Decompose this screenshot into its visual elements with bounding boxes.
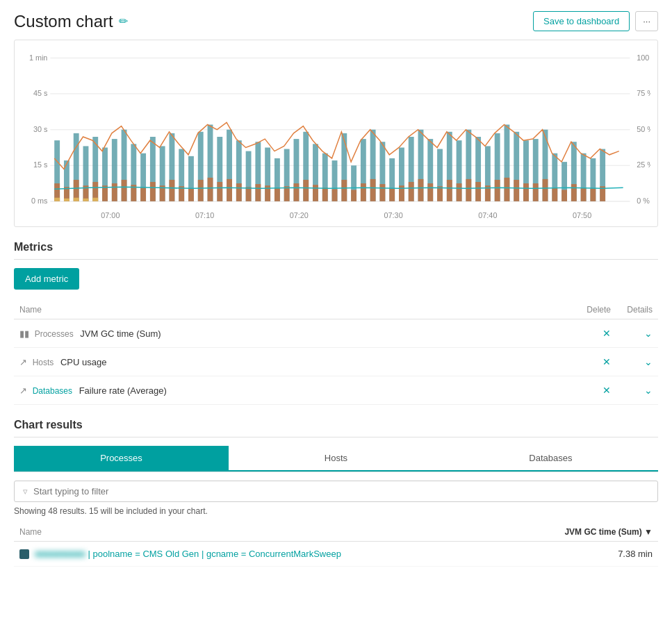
svg-rect-34 <box>140 188 146 201</box>
svg-rect-74 <box>332 189 338 201</box>
color-swatch <box>19 549 29 559</box>
chart-svg: 1 min 45 s 30 s 15 s 0 ms 100 % 75 % 50 … <box>22 47 650 226</box>
svg-rect-133 <box>74 198 79 201</box>
more-options-button[interactable]: ··· <box>635 11 658 31</box>
details-expand-button[interactable]: ⌄ <box>644 385 653 396</box>
svg-rect-46 <box>198 180 204 201</box>
page-title: Custom chart <box>14 12 113 31</box>
svg-rect-96 <box>437 186 443 201</box>
results-value-header[interactable]: JVM GC time (Sum) ▼ <box>533 523 658 542</box>
add-metric-button[interactable]: Add metric <box>14 268 79 290</box>
svg-rect-76 <box>341 180 347 201</box>
delete-metric-button[interactable]: ✕ <box>603 328 611 339</box>
svg-text:100 %: 100 % <box>637 53 650 61</box>
page-container: Custom chart ✏ Save to dashboard ··· 1 m… <box>0 0 672 625</box>
svg-rect-118 <box>543 179 548 201</box>
result-blurred-name: ■■■■■■■■■■ <box>35 549 85 559</box>
svg-rect-78 <box>351 190 357 201</box>
svg-rect-135 <box>92 198 98 201</box>
details-expand-button[interactable]: ⌄ <box>644 328 653 339</box>
header-left: Custom chart ✏ <box>14 12 128 31</box>
metric-name: JVM GC time (Sum) <box>80 328 161 339</box>
bar-chart-icon: ▮▮ <box>19 328 29 339</box>
metric-name: CPU usage <box>60 357 106 367</box>
svg-rect-102 <box>466 179 471 201</box>
svg-rect-92 <box>418 179 424 201</box>
svg-text:25 %: 25 % <box>637 160 650 169</box>
svg-text:07:20: 07:20 <box>290 210 309 219</box>
svg-text:07:50: 07:50 <box>573 210 591 219</box>
svg-text:0 ms: 0 ms <box>31 197 48 205</box>
svg-rect-30 <box>122 180 127 201</box>
svg-rect-98 <box>447 180 452 201</box>
header-actions: Save to dashboard ··· <box>533 11 658 31</box>
svg-rect-100 <box>457 183 462 201</box>
svg-rect-64 <box>284 186 290 201</box>
header: Custom chart ✏ Save to dashboard ··· <box>14 11 658 31</box>
table-row: ▮▮ Processes JVM GC time (Sum) ✕ ⌄ <box>14 319 658 348</box>
svg-rect-28 <box>112 183 117 201</box>
tab-databases[interactable]: Databases <box>443 446 658 472</box>
metric-type: Processes <box>35 329 74 339</box>
table-row: ↗ Hosts CPU usage ✕ ⌄ <box>14 348 658 376</box>
svg-rect-68 <box>303 180 309 201</box>
svg-rect-52 <box>227 179 232 201</box>
svg-rect-80 <box>361 183 366 201</box>
svg-rect-40 <box>169 180 174 201</box>
svg-text:50 %: 50 % <box>637 125 650 133</box>
delete-metric-button[interactable]: ✕ <box>603 356 611 367</box>
svg-text:07:00: 07:00 <box>101 210 120 219</box>
save-to-dashboard-button[interactable]: Save to dashboard <box>533 11 630 31</box>
svg-rect-116 <box>533 183 539 201</box>
chart-area: 1 min 45 s 30 s 15 s 0 ms 100 % 75 % 50 … <box>14 40 658 227</box>
metric-type: Hosts <box>33 358 54 367</box>
svg-rect-56 <box>246 187 252 201</box>
edit-icon[interactable]: ✏ <box>119 15 128 28</box>
chart-results-title: Chart results <box>14 419 658 438</box>
svg-rect-90 <box>409 182 414 201</box>
svg-rect-110 <box>504 178 509 201</box>
filter-icon: ▿ <box>23 486 28 497</box>
svg-text:45 s: 45 s <box>33 89 48 97</box>
svg-rect-94 <box>427 183 433 201</box>
svg-rect-112 <box>514 180 519 201</box>
svg-rect-36 <box>150 182 156 201</box>
svg-rect-124 <box>571 184 577 201</box>
svg-rect-44 <box>188 188 194 201</box>
svg-text:75 %: 75 % <box>637 89 650 97</box>
svg-rect-82 <box>370 179 376 201</box>
svg-rect-108 <box>495 180 500 201</box>
svg-rect-132 <box>64 199 69 201</box>
result-link[interactable]: | poolname = CMS Old Gen | gcname = Conc… <box>88 549 341 559</box>
metrics-name-header: Name <box>14 301 575 319</box>
svg-rect-131 <box>54 198 60 201</box>
delete-metric-button[interactable]: ✕ <box>603 385 611 396</box>
metric-name: Failure rate (Average) <box>79 385 167 396</box>
svg-text:0 %: 0 % <box>637 197 650 205</box>
svg-rect-50 <box>217 182 222 201</box>
svg-rect-86 <box>389 188 395 201</box>
svg-rect-114 <box>523 183 529 201</box>
svg-text:30 s: 30 s <box>33 125 48 133</box>
svg-rect-128 <box>590 188 596 201</box>
svg-rect-122 <box>562 190 567 201</box>
svg-rect-126 <box>581 188 587 201</box>
metrics-details-header: Details <box>616 301 658 319</box>
metrics-section-title: Metrics <box>14 241 658 260</box>
svg-text:07:40: 07:40 <box>478 210 497 219</box>
tabs-row: Processes Hosts Databases <box>14 446 658 472</box>
line-chart-icon: ↗ <box>19 357 27 367</box>
metrics-table: Name Delete Details ▮▮ Processes JVM GC … <box>14 301 658 405</box>
svg-rect-120 <box>552 188 557 201</box>
showing-text: Showing 48 results. 15 will be included … <box>14 506 658 516</box>
table-row: ■■■■■■■■■■ | poolname = CMS Old Gen | gc… <box>14 542 658 567</box>
table-row: ↗ Databases Failure rate (Average) ✕ ⌄ <box>14 376 658 405</box>
filter-row: ▿ <box>14 481 658 502</box>
tab-processes[interactable]: Processes <box>14 446 229 472</box>
svg-text:1 min: 1 min <box>29 53 47 61</box>
tab-hosts[interactable]: Hosts <box>229 446 443 472</box>
svg-text:15 s: 15 s <box>33 160 48 169</box>
svg-rect-48 <box>208 178 213 201</box>
filter-input[interactable] <box>33 486 649 497</box>
details-expand-button[interactable]: ⌄ <box>644 356 653 367</box>
